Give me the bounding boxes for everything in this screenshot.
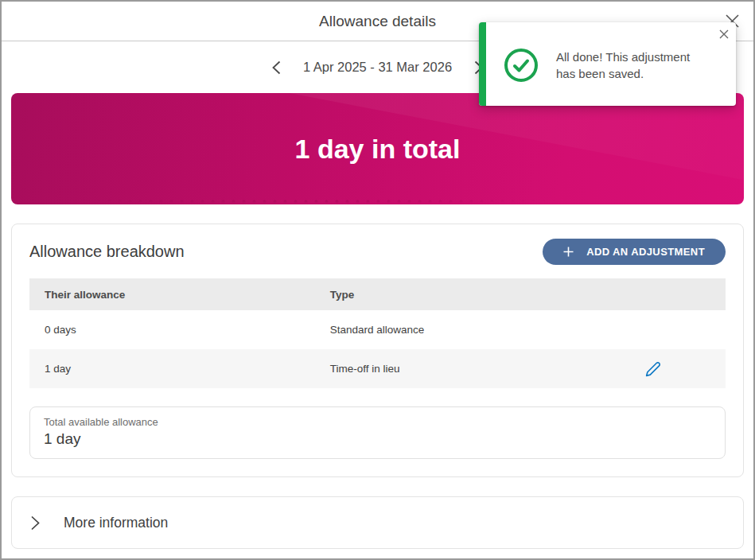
column-header-their-allowance: Their allowance	[29, 289, 315, 301]
table-row: 0 days Standard allowance	[29, 310, 726, 349]
allowance-cell: 1 day	[29, 363, 315, 375]
total-allowance-text: 1 day in total	[295, 134, 461, 165]
breakdown-title: Allowance breakdown	[29, 243, 185, 261]
type-cell: Time-off in lieu	[315, 363, 629, 375]
edit-adjustment-button[interactable]	[644, 360, 663, 379]
more-information-label: More information	[64, 515, 168, 531]
table-row: 1 day Time-off in lieu	[29, 349, 726, 388]
pencil-icon	[645, 361, 661, 377]
toast-close-button[interactable]	[717, 27, 731, 41]
toast-accent-bar	[479, 22, 486, 106]
table-header-row: Their allowance Type	[29, 278, 726, 310]
date-range-label: 1 Apr 2025 - 31 Mar 2026	[303, 60, 452, 75]
more-information-expander[interactable]: More information	[11, 496, 744, 549]
allowance-breakdown-card: Allowance breakdown ADD AN ADJUSTMENT Th…	[11, 224, 744, 477]
check-circle-icon	[504, 48, 539, 83]
success-toast: All done! This adjustment has been saved…	[479, 22, 736, 106]
chevron-right-icon	[30, 515, 40, 531]
page-title: Allowance details	[319, 13, 436, 30]
total-available-allowance-box: Total available allowance 1 day	[29, 406, 726, 459]
toast-message: All done! This adjustment has been saved…	[556, 49, 712, 82]
toast-body: All done! This adjustment has been saved…	[486, 22, 736, 106]
chevron-left-icon	[272, 60, 281, 75]
total-available-value: 1 day	[44, 430, 711, 448]
type-cell: Standard allowance	[315, 324, 629, 336]
allowance-table: Their allowance Type 0 days Standard all…	[29, 278, 726, 388]
breakdown-card-header: Allowance breakdown ADD AN ADJUSTMENT	[29, 239, 726, 265]
total-allowance-banner: 1 day in total	[11, 93, 744, 204]
add-adjustment-button[interactable]: ADD AN ADJUSTMENT	[543, 239, 726, 265]
actions-cell	[629, 360, 726, 379]
column-header-type: Type	[315, 289, 629, 301]
previous-period-button[interactable]	[269, 57, 284, 78]
allowance-details-modal: Allowance details 1 Apr 2025 - 31 Mar 20…	[0, 0, 755, 560]
total-available-label: Total available allowance	[44, 416, 711, 428]
allowance-cell: 0 days	[29, 324, 315, 336]
plus-icon	[563, 247, 574, 257]
close-icon	[719, 29, 729, 39]
add-adjustment-label: ADD AN ADJUSTMENT	[586, 246, 705, 258]
